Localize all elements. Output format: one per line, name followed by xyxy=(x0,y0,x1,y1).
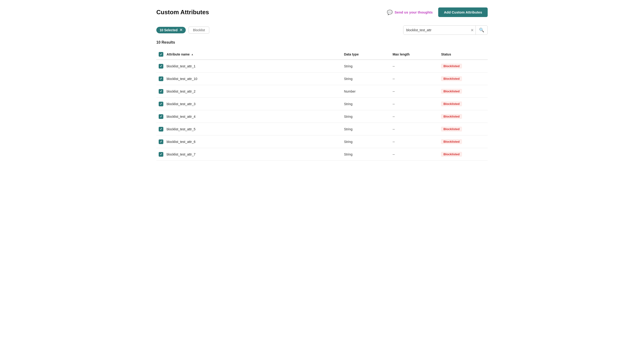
filter-row: 10 Selected ✕ Blocklist ✕ 🔍 xyxy=(156,25,488,35)
row-data-type: String xyxy=(342,135,390,148)
row-data-type: String xyxy=(342,148,390,161)
row-data-type: String xyxy=(342,72,390,85)
search-wrapper: ✕ 🔍 xyxy=(403,25,488,35)
chat-icon: 💬 xyxy=(387,9,393,15)
row-attr-name: blocklist_test_attr_1 xyxy=(164,60,342,72)
col-attribute-name-label: Attribute name xyxy=(166,52,190,56)
sort-icon[interactable]: ▲ xyxy=(191,53,194,56)
row-max-length: -- xyxy=(390,60,439,72)
row-checkbox-5[interactable] xyxy=(159,127,163,131)
row-checkbox-cell xyxy=(156,123,164,135)
row-max-length: -- xyxy=(390,72,439,85)
row-checkbox-cell xyxy=(156,98,164,110)
table-row: blocklist_test_attr_3 String -- Blocklis… xyxy=(156,98,488,110)
col-status: Status xyxy=(439,49,488,60)
row-status: Blocklisted xyxy=(439,135,488,148)
row-status: Blocklisted xyxy=(439,60,488,72)
row-attr-name: blocklist_test_attr_5 xyxy=(164,123,342,135)
col-attribute-name: Attribute name ▲ xyxy=(164,49,342,60)
row-checkbox-cell xyxy=(156,72,164,85)
row-checkbox-7[interactable] xyxy=(159,152,163,157)
blocklist-filter-button[interactable]: Blocklist xyxy=(188,26,209,33)
row-checkbox-1[interactable] xyxy=(159,76,163,81)
row-max-length: -- xyxy=(390,98,439,110)
row-checkbox-4[interactable] xyxy=(159,114,163,119)
col-status-label: Status xyxy=(441,52,451,56)
table-row: blocklist_test_attr_4 String -- Blocklis… xyxy=(156,110,488,123)
select-all-checkbox[interactable] xyxy=(159,52,163,57)
row-data-type: Number xyxy=(342,85,390,98)
col-data-type: Data type xyxy=(342,49,390,60)
header-actions: 💬 Send us your thoughts Add Custom Attri… xyxy=(387,7,488,17)
table-row: blocklist_test_attr_2 Number -- Blocklis… xyxy=(156,85,488,98)
row-max-length: -- xyxy=(390,110,439,123)
status-badge: Blocklisted xyxy=(441,114,462,119)
row-attr-name: blocklist_test_attr_7 xyxy=(164,148,342,161)
add-custom-attributes-button[interactable]: Add Custom Attributes xyxy=(438,7,488,17)
row-attr-name: blocklist_test_attr_2 xyxy=(164,85,342,98)
col-max-length-label: Max length xyxy=(392,52,410,56)
row-attr-name: blocklist_test_attr_3 xyxy=(164,98,342,110)
col-max-length: Max length xyxy=(390,49,439,60)
status-badge: Blocklisted xyxy=(441,64,462,68)
row-attr-name: blocklist_test_attr_6 xyxy=(164,135,342,148)
page-title: Custom Attributes xyxy=(156,9,209,16)
status-badge: Blocklisted xyxy=(441,76,462,81)
table-row: blocklist_test_attr_1 String -- Blocklis… xyxy=(156,60,488,72)
table-header-row: Attribute name ▲ Data type Max length St… xyxy=(156,49,488,60)
page-header: Custom Attributes 💬 Send us your thought… xyxy=(156,7,488,17)
results-count: 10 Results xyxy=(156,40,488,44)
status-badge: Blocklisted xyxy=(441,152,462,157)
search-icon: 🔍 xyxy=(479,28,484,32)
row-max-length: -- xyxy=(390,123,439,135)
row-checkbox-2[interactable] xyxy=(159,89,163,94)
row-max-length: -- xyxy=(390,135,439,148)
status-badge: Blocklisted xyxy=(441,89,462,94)
row-attr-name: blocklist_test_attr_10 xyxy=(164,72,342,85)
header-checkbox-cell xyxy=(156,49,164,60)
attributes-table-wrap: Attribute name ▲ Data type Max length St… xyxy=(156,49,488,161)
row-status: Blocklisted xyxy=(439,110,488,123)
search-clear-button[interactable]: ✕ xyxy=(469,28,476,32)
row-max-length: -- xyxy=(390,148,439,161)
row-checkbox-cell xyxy=(156,110,164,123)
status-badge: Blocklisted xyxy=(441,127,462,131)
row-checkbox-cell xyxy=(156,60,164,72)
row-status: Blocklisted xyxy=(439,148,488,161)
row-checkbox-0[interactable] xyxy=(159,64,163,68)
row-status: Blocklisted xyxy=(439,85,488,98)
search-submit-button[interactable]: 🔍 xyxy=(476,26,488,34)
row-attr-name: blocklist_test_attr_4 xyxy=(164,110,342,123)
send-thoughts-label: Send us your thoughts xyxy=(394,10,432,14)
row-data-type: String xyxy=(342,98,390,110)
row-checkbox-cell xyxy=(156,135,164,148)
row-data-type: String xyxy=(342,110,390,123)
row-status: Blocklisted xyxy=(439,72,488,85)
table-row: blocklist_test_attr_5 String -- Blocklis… xyxy=(156,123,488,135)
status-badge: Blocklisted xyxy=(441,139,462,144)
attributes-table: Attribute name ▲ Data type Max length St… xyxy=(156,49,488,161)
row-checkbox-3[interactable] xyxy=(159,102,163,106)
selected-count-label: 10 Selected xyxy=(160,28,178,32)
table-row: blocklist_test_attr_6 String -- Blocklis… xyxy=(156,135,488,148)
col-data-type-label: Data type xyxy=(344,52,359,56)
table-row: blocklist_test_attr_7 String -- Blocklis… xyxy=(156,148,488,161)
filter-left: 10 Selected ✕ Blocklist xyxy=(156,26,209,33)
row-status: Blocklisted xyxy=(439,98,488,110)
row-checkbox-cell xyxy=(156,85,164,98)
send-thoughts-button[interactable]: 💬 Send us your thoughts xyxy=(387,9,432,15)
status-badge: Blocklisted xyxy=(441,101,462,106)
table-row: blocklist_test_attr_10 String -- Blockli… xyxy=(156,72,488,85)
row-data-type: String xyxy=(342,60,390,72)
row-checkbox-cell xyxy=(156,148,164,161)
clear-selection-button[interactable]: ✕ xyxy=(180,28,182,32)
row-checkbox-6[interactable] xyxy=(159,139,163,144)
row-data-type: String xyxy=(342,123,390,135)
selected-badge: 10 Selected ✕ xyxy=(156,27,186,33)
row-max-length: -- xyxy=(390,85,439,98)
row-status: Blocklisted xyxy=(439,123,488,135)
search-input[interactable] xyxy=(404,26,469,34)
